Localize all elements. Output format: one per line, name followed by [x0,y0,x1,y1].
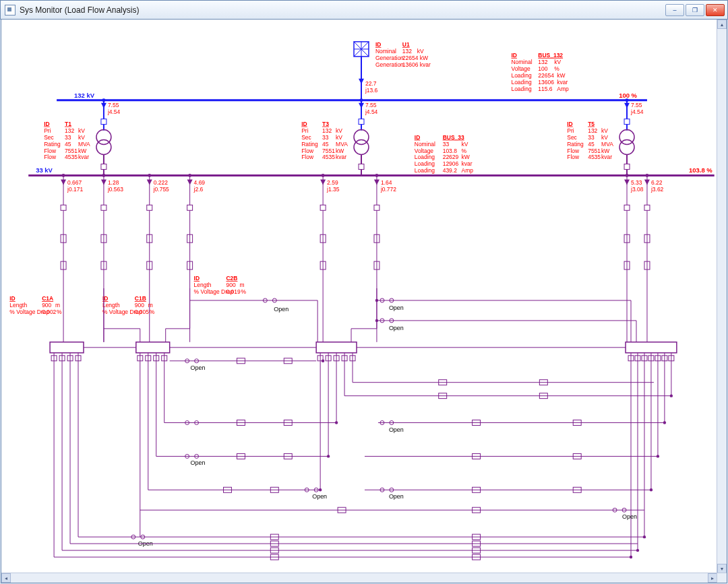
svg-marker-177 [624,179,630,185]
svg-text:7.55: 7.55 [365,102,377,108]
svg-text:T3: T3 [322,121,329,127]
svg-text:kvar: kvar [557,79,568,86]
window-title: Sys Monitor (Load Flow Analysis) [20,5,139,15]
svg-text:kvar: kvar [78,154,89,160]
svg-marker-141 [61,179,66,185]
svg-rect-172 [374,205,380,210]
svg-text:45: 45 [322,141,329,148]
svg-point-358 [319,488,322,491]
svg-text:ID: ID [301,121,307,127]
svg-text:Flow: Flow [301,148,314,154]
svg-text:0.005: 0.005 [135,309,149,315]
svg-text:j0.755: j0.755 [153,186,169,193]
svg-text:j3.08: j3.08 [630,186,644,193]
svg-text:kV: kV [417,48,424,55]
svg-text:132: 132 [588,127,597,134]
svg-text:7551: 7551 [588,148,601,154]
titlebar[interactable]: Sys Monitor (Load Flow Analysis) – ❐ ✕ [0,0,728,20]
svg-point-362 [650,488,653,491]
svg-marker-171 [374,179,380,185]
svg-text:j0.772: j0.772 [380,186,396,193]
svg-text:Generation: Generation [375,55,404,61]
svg-point-354 [375,319,378,322]
svg-text:%: % [57,309,62,315]
single-line-diagram: 132 kV 100 % 7.55 j4.54 [1,20,717,573]
svg-text:MVA: MVA [78,141,90,148]
svg-text:0.019: 0.019 [226,288,240,295]
switchboard-2 [136,342,170,353]
svg-marker-165 [320,179,326,185]
svg-point-357 [327,455,330,457]
svg-text:kW: kW [601,148,609,154]
svg-text:Loading: Loading [415,154,435,160]
svg-marker-14 [359,103,364,108]
svg-rect-15 [359,119,364,125]
svg-rect-160 [187,205,193,210]
maximize-button[interactable]: ❐ [686,4,704,16]
bus-33kv-label: 33 kV [36,166,53,174]
svg-text:Generation: Generation [375,61,404,68]
svg-text:33: 33 [65,134,71,141]
scroll-right-button[interactable]: ▸ [708,573,717,583]
svg-point-359 [643,536,646,538]
svg-text:ID: ID [375,41,381,48]
svg-text:4.69: 4.69 [194,179,206,186]
svg-text:kvar: kvar [420,61,431,68]
svg-text:Nominal: Nominal [415,141,435,148]
svg-text:Flow: Flow [301,154,314,160]
svg-text:kV: kV [554,59,561,65]
scroll-up-button[interactable]: ▴ [717,20,727,29]
svg-text:j1.35: j1.35 [326,186,340,193]
svg-text:13606: 13606 [402,61,419,68]
outgoing-feeders [54,353,671,557]
svg-text:Nominal: Nominal [375,48,396,55]
svg-text:7551: 7551 [322,148,335,154]
svg-text:%: % [462,148,467,154]
svg-text:kW: kW [336,148,344,154]
svg-rect-8 [101,119,107,125]
svg-point-355 [375,299,378,302]
svg-text:%: % [554,65,559,72]
c1a-data: IDC1A Length900m % Voltage Drop0.002% [9,295,62,315]
diagram-canvas[interactable]: 132 kV 100 % 7.55 j4.54 [1,20,717,573]
svg-text:Sec: Sec [567,134,577,141]
junction-dots [319,299,673,558]
tap-132-1: 7.55 j4.54 [101,98,121,130]
minimize-button[interactable]: – [665,4,684,16]
outgoing-breakers [51,356,674,361]
svg-text:MVA: MVA [336,141,348,148]
svg-text:Open: Open [191,364,206,371]
svg-text:Length: Length [102,302,120,309]
close-button[interactable]: ✕ [706,4,725,16]
svg-text:BUS_132: BUS_132 [538,52,563,59]
svg-marker-7 [101,103,107,108]
svg-text:33: 33 [443,141,450,148]
titlebar-left: Sys Monitor (Load Flow Analysis) [5,5,139,15]
horizontal-scrollbar[interactable]: ◂ ▸ [1,573,717,583]
svg-text:kvar: kvar [336,154,346,160]
svg-text:ID: ID [102,295,108,302]
transformer-t3 [354,130,369,176]
svg-text:33: 33 [322,134,329,141]
svg-text:j0.171: j0.171 [67,186,83,193]
vertical-scrollbar[interactable]: ▴ ▾ [717,20,727,573]
svg-point-57 [96,140,111,155]
svg-rect-148 [101,205,107,210]
svg-text:ID: ID [9,295,15,302]
svg-text:j0.563: j0.563 [107,186,123,193]
svg-text:Open: Open [312,493,327,500]
svg-point-353 [322,360,324,362]
svg-text:ID: ID [44,121,49,127]
svg-text:C1B: C1B [135,295,146,302]
svg-text:Flow: Flow [567,154,580,160]
svg-text:%: % [241,288,246,295]
svg-text:Amp: Amp [557,86,569,92]
svg-text:ID: ID [511,52,516,59]
svg-text:Flow: Flow [44,154,57,160]
scroll-down-button[interactable]: ▾ [717,564,727,573]
scroll-left-button[interactable]: ◂ [1,573,11,583]
svg-text:j4.54: j4.54 [630,108,644,115]
svg-text:Pri: Pri [567,127,574,134]
svg-text:Open: Open [389,304,404,311]
svg-text:j2.6: j2.6 [193,186,204,193]
